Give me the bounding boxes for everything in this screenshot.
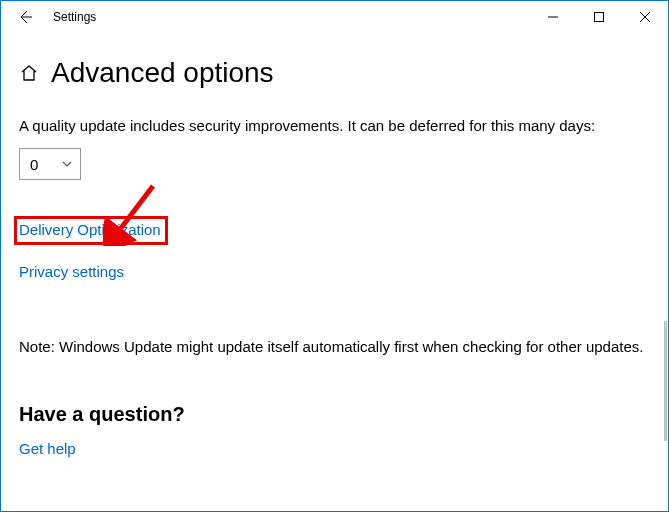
maximize-icon [594, 12, 604, 22]
back-button[interactable] [1, 1, 49, 33]
delivery-optimization-highlight: Delivery Optimization [14, 216, 168, 245]
defer-days-value: 0 [30, 156, 38, 173]
close-icon [640, 12, 650, 22]
svg-rect-0 [595, 13, 604, 22]
settings-window: Settings Advanced options A quality upda… [0, 0, 669, 512]
defer-days-select[interactable]: 0 [19, 148, 81, 180]
chevron-down-icon [62, 159, 72, 169]
page-header: Advanced options [19, 57, 650, 89]
minimize-icon [548, 12, 558, 22]
have-a-question-heading: Have a question? [19, 403, 650, 426]
scrollbar[interactable] [664, 321, 667, 441]
window-title: Settings [53, 10, 96, 24]
update-note: Note: Windows Update might update itself… [19, 338, 650, 355]
content-area: Advanced options A quality update includ… [1, 33, 668, 511]
get-help-link[interactable]: Get help [19, 440, 76, 457]
page-title: Advanced options [51, 57, 274, 89]
maximize-button[interactable] [576, 1, 622, 33]
window-controls [530, 1, 668, 33]
titlebar: Settings [1, 1, 668, 33]
delivery-optimization-link[interactable]: Delivery Optimization [19, 221, 161, 238]
privacy-settings-link[interactable]: Privacy settings [19, 263, 124, 280]
back-arrow-icon [17, 9, 33, 25]
home-icon [19, 63, 39, 83]
defer-description: A quality update includes security impro… [19, 117, 650, 134]
home-button[interactable] [19, 63, 39, 83]
close-button[interactable] [622, 1, 668, 33]
minimize-button[interactable] [530, 1, 576, 33]
